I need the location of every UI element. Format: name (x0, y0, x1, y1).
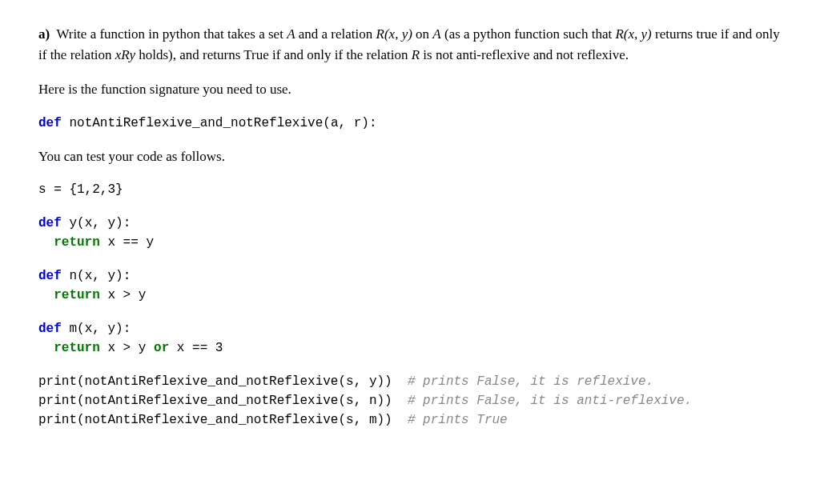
math-xRy: xRy (115, 47, 135, 62)
body: x > y (100, 288, 147, 302)
code-fn-y: def y(x, y): return x == y (38, 214, 782, 252)
keyword-def: def (38, 269, 62, 283)
body: x > y (100, 341, 154, 355)
math-A: A (287, 26, 295, 42)
fn-name: n (69, 269, 77, 283)
code-fn-m: def m(x, y): return x > y or x == 3 (38, 319, 782, 358)
q-text: (as a python function such that (441, 26, 616, 42)
body: x == 3 (169, 341, 223, 355)
fn-name: m (69, 322, 77, 336)
body: x == y (100, 235, 154, 250)
call: (notAntiReflexive_and_notReflexive(s, y)… (77, 374, 408, 389)
keyword-def: def (38, 322, 62, 336)
question-label: a) (38, 26, 50, 42)
params: (a, r): (323, 116, 376, 130)
print: print (38, 374, 77, 389)
params: (x, y): (77, 322, 131, 336)
code-prints: print(notAntiReflexive_and_notReflexive(… (38, 372, 782, 430)
keyword-def: def (38, 216, 62, 230)
code-set-decl: s = {1,2,3} (38, 181, 782, 198)
fn-name: y (69, 216, 77, 230)
math-A: A (432, 26, 440, 42)
call: (notAntiReflexive_and_notReflexive(s, n)… (77, 394, 408, 408)
math-Rxy: R(x, y) (615, 26, 651, 42)
q-text: and a relation (295, 26, 376, 42)
comment: # prints False, it is reflexive. (408, 374, 653, 389)
q-text: is not anti-reflexive and not reflexive. (420, 47, 629, 62)
math-R: R (412, 47, 420, 62)
keyword-return: return (54, 235, 100, 250)
code-fn-n: def n(x, y): return x > y (38, 266, 782, 305)
q-text: on (412, 26, 433, 42)
keyword-return: return (54, 341, 100, 355)
call: (notAntiReflexive_and_notReflexive(s, m)… (77, 413, 408, 427)
keyword-return: return (54, 288, 100, 302)
comment: # prints True (408, 413, 508, 427)
params: (x, y): (77, 216, 131, 230)
function-signature: def notAntiReflexive_and_notReflexive(a,… (38, 114, 782, 132)
q-text: holds), and returns True if and only if … (135, 47, 412, 62)
keyword-def: def (38, 116, 62, 130)
comment: # prints False, it is anti-reflexive. (408, 394, 692, 408)
print: print (38, 413, 77, 427)
question-paragraph: a) Write a function in python that takes… (38, 24, 782, 65)
params: (x, y): (77, 269, 131, 283)
math-Rxy: R(x, y) (376, 26, 412, 42)
function-name: notAntiReflexive_and_notReflexive (69, 116, 323, 130)
test-intro: You can test your code as follows. (38, 146, 782, 167)
signature-intro: Here is the function signature you need … (38, 79, 782, 100)
print: print (38, 394, 77, 408)
q-text: Write a function in python that takes a … (56, 26, 287, 42)
keyword-or: or (154, 341, 169, 355)
